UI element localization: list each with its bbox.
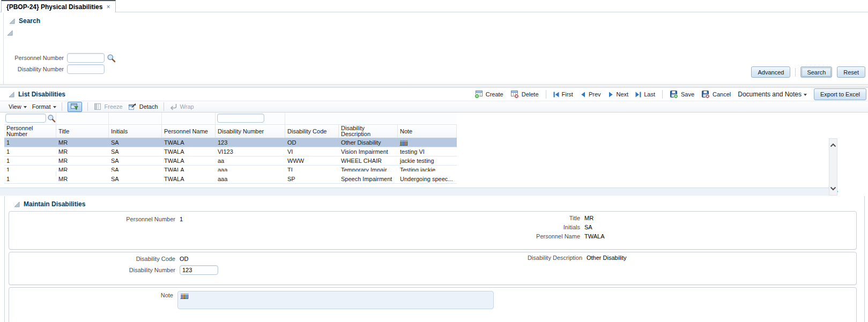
disability-description-value: Other Disability xyxy=(587,254,627,261)
tab-close-icon[interactable]: × xyxy=(106,4,110,10)
disability-number-search-input[interactable] xyxy=(67,64,105,74)
note-box: Note jjjjjj xyxy=(9,287,857,322)
view-label: View xyxy=(9,103,21,110)
personnel-number-search-label: Personnel Number xyxy=(8,55,64,61)
list-actions-toolbar: Create Delete First xyxy=(474,88,866,100)
toolbar-separator xyxy=(662,90,663,99)
title-label: Title xyxy=(473,215,580,221)
create-button[interactable]: Create xyxy=(474,90,503,99)
delete-button[interactable]: Delete xyxy=(510,90,539,99)
personnel-name-value: TWALA xyxy=(584,233,605,239)
table-cell: TWALA xyxy=(162,138,216,147)
tab-physical-disabilities[interactable]: {PBOP-24} Physical Disabilities × xyxy=(1,0,116,12)
search-button[interactable]: Search xyxy=(800,66,832,78)
advanced-button[interactable]: Advanced xyxy=(751,66,790,78)
filter-disability-number-input[interactable] xyxy=(217,114,264,123)
wrap-button[interactable]: Wrap xyxy=(169,103,194,111)
detach-icon xyxy=(128,102,137,111)
table-filter-row xyxy=(4,113,457,125)
save-button[interactable]: Save xyxy=(670,90,694,99)
column-header-disability-description[interactable]: Disability Description xyxy=(339,125,398,138)
disability-number-search-label: Disability Number xyxy=(8,66,64,72)
save-disk-icon xyxy=(670,90,678,99)
filter-personnel-number-input[interactable] xyxy=(5,114,46,123)
scroll-down-icon[interactable] xyxy=(830,186,836,191)
table-cell: OD xyxy=(285,138,339,147)
disability-description-label: Disability Description xyxy=(473,254,582,261)
toolbar-separator xyxy=(62,102,62,111)
maintain-disabilities-panel: Maintain Disabilities Personnel Number 1… xyxy=(0,196,868,322)
button-separator xyxy=(795,68,796,77)
export-to-excel-button[interactable]: Export to Excel xyxy=(814,88,866,100)
first-button[interactable]: First xyxy=(553,91,573,98)
search-section-title: Search xyxy=(19,17,40,25)
tab-bar: {PBOP-24} Physical Disabilities × xyxy=(0,0,868,12)
column-header-personnel-name[interactable]: Personnel Name xyxy=(162,125,216,138)
delete-table-icon xyxy=(510,90,519,99)
scroll-up-icon[interactable] xyxy=(830,143,836,147)
application-window: {PBOP-24} Physical Disabilities × Search… xyxy=(0,0,868,322)
filter-search-icon[interactable] xyxy=(47,114,56,123)
format-label: Format xyxy=(32,103,51,110)
cancel-button[interactable]: Cancel xyxy=(701,90,731,99)
first-icon xyxy=(553,92,559,98)
prev-button[interactable]: Prev xyxy=(580,91,601,98)
search-panel: Search Personnel Number Disability Numbe… xyxy=(3,13,868,84)
column-header-personnel-number[interactable]: Personnel Number xyxy=(4,125,56,138)
table-row[interactable]: 1MRSATWALAVI123VIVision Impairmenttestin… xyxy=(4,147,457,156)
table-body: 1MRSATWALA123ODOther Disabilityjjjjjj1MR… xyxy=(4,138,457,184)
disability-number-input[interactable] xyxy=(180,265,218,275)
toolbar-separator xyxy=(546,90,546,99)
list-collapse-icon[interactable] xyxy=(9,92,14,98)
save-label: Save xyxy=(681,91,694,98)
search-collapse-icon[interactable] xyxy=(9,18,15,24)
initials-value: SA xyxy=(584,224,592,230)
table-row[interactable]: 1MRSATWALA123ODOther Disabilityjjjjjj xyxy=(4,138,457,147)
next-button[interactable]: Next xyxy=(608,91,629,98)
search-region-collapse-icon[interactable] xyxy=(7,30,13,36)
table-cell: 123 xyxy=(216,138,285,147)
table-cell: VI xyxy=(285,147,339,156)
freeze-label: Freeze xyxy=(105,103,123,110)
table-cell: VI123 xyxy=(216,147,285,156)
format-menu[interactable]: Format xyxy=(32,103,56,110)
disability-info-box: Disability Code OD Disability Number Dis… xyxy=(9,252,857,285)
note-textarea[interactable]: jjjjjj xyxy=(177,291,494,309)
create-table-icon xyxy=(474,90,483,99)
column-header-note[interactable]: Note xyxy=(398,125,457,138)
horizontal-scrollbar-track[interactable] xyxy=(0,188,829,196)
detach-button[interactable]: Detach xyxy=(128,102,158,111)
column-header-disability-number[interactable]: Disability Number xyxy=(216,125,285,138)
personnel-number-row: Personnel Number xyxy=(8,53,116,63)
personnel-number-search-input[interactable] xyxy=(67,53,105,63)
vertical-scrollbar[interactable] xyxy=(829,138,837,196)
query-by-example-button[interactable] xyxy=(68,102,82,112)
documents-and-notes-menu[interactable]: Documents and Notes xyxy=(738,91,807,98)
search-section-header: Search xyxy=(9,17,40,25)
view-menu[interactable]: View xyxy=(9,103,27,110)
personnel-info-box: Personnel Number 1 Title MR Initials SA … xyxy=(9,211,857,250)
column-header-initials[interactable]: Initials xyxy=(109,125,162,138)
chevron-down-icon xyxy=(53,106,56,108)
table-cell: jjjjjj xyxy=(398,138,457,147)
table-cell: aa xyxy=(216,156,285,165)
list-header-row: List Disabilities Create xyxy=(0,88,868,101)
column-header-disability-code[interactable]: Disability Code xyxy=(285,125,339,138)
prev-icon xyxy=(580,92,586,98)
table-cell: Other Disability xyxy=(339,138,398,147)
personnel-name-label: Personnel Name xyxy=(473,233,580,239)
last-button[interactable]: Last xyxy=(635,91,655,98)
reset-button[interactable]: Reset xyxy=(837,66,865,78)
disability-number-row: Disability Number xyxy=(8,64,105,74)
last-icon xyxy=(635,92,641,98)
personnel-lookup-icon[interactable] xyxy=(107,54,116,63)
table-row[interactable]: 1MRSATWALAaaWWWWHEEL CHAIRjackie testing xyxy=(4,156,457,166)
disability-code-value: OD xyxy=(180,256,189,262)
last-label: Last xyxy=(644,91,655,98)
column-header-title[interactable]: Title xyxy=(56,125,109,138)
delete-label: Delete xyxy=(522,91,539,98)
maintain-collapse-icon[interactable] xyxy=(14,201,20,207)
maintain-section-title: Maintain Disabilities xyxy=(24,200,85,208)
documents-and-notes-label: Documents and Notes xyxy=(738,91,802,98)
freeze-button[interactable]: Freeze xyxy=(93,102,123,111)
